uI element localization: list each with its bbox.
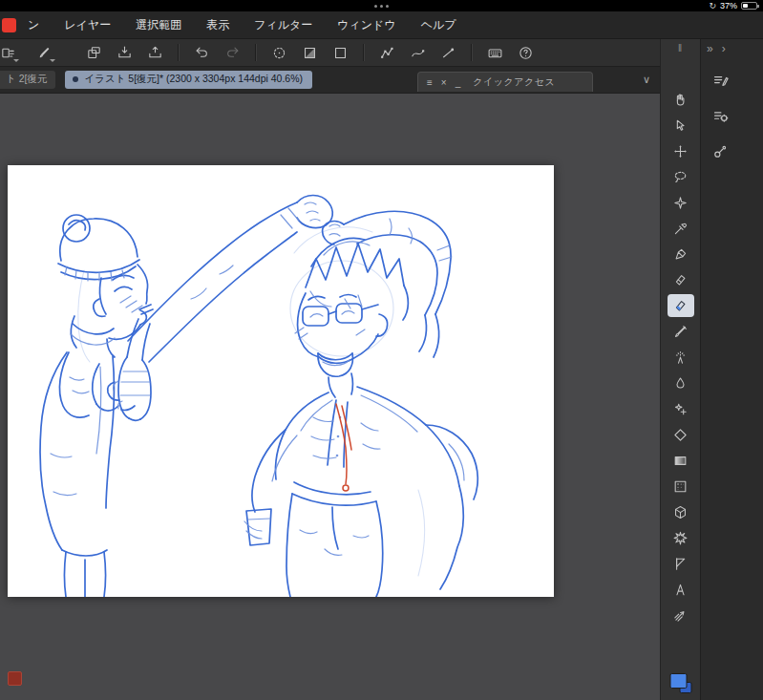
tab-inactive[interactable]: ト 2[復元 <box>0 71 55 89</box>
import-icon[interactable] <box>112 41 137 64</box>
toolbar-separator <box>471 44 472 61</box>
panel-expand-icon[interactable]: › <box>722 42 726 55</box>
lasso-tool[interactable] <box>668 165 694 188</box>
sub-tool-icon[interactable] <box>708 68 732 93</box>
close-icon[interactable]: × <box>441 77 447 88</box>
menu-item-1[interactable]: レイヤー <box>64 17 111 33</box>
brush-shape-icon[interactable] <box>708 138 732 163</box>
red-status-icon[interactable] <box>8 671 22 686</box>
panel-icons <box>701 68 763 163</box>
unsaved-dot-icon <box>73 76 78 82</box>
window-dots[interactable] <box>374 5 389 8</box>
shade-square-icon[interactable] <box>297 41 322 64</box>
chevron-down-icon <box>13 59 19 62</box>
app-icon[interactable] <box>2 18 16 32</box>
eyedropper-tool[interactable] <box>668 217 694 240</box>
right-panel: » › <box>700 39 763 700</box>
blend-tool[interactable] <box>668 294 694 317</box>
drag-handle-icon[interactable]: ‖ <box>678 43 683 53</box>
menu-item-0[interactable]: ン <box>28 17 39 33</box>
eraser-tool[interactable] <box>668 268 694 291</box>
text-tool[interactable] <box>668 578 694 601</box>
stream-line-tool[interactable] <box>668 604 694 626</box>
frame-square-icon[interactable] <box>328 41 352 64</box>
hand-tool[interactable] <box>668 88 694 111</box>
menu-icon[interactable]: ≡ <box>427 77 433 88</box>
keyboard-icon[interactable] <box>482 41 507 64</box>
tab-active[interactable]: イラスト 5[復元]* (2300 x 3304px 144dpi 40.6%) <box>65 71 312 89</box>
canvas[interactable] <box>8 165 554 597</box>
frame-tool[interactable] <box>668 552 694 575</box>
chevron-down-icon <box>50 59 55 62</box>
toolbar-separator <box>255 44 256 61</box>
toolbar-edge-tools <box>0 41 59 64</box>
battery-status: ↻ 37% <box>709 0 757 11</box>
battery-icon <box>741 2 757 10</box>
move-tool[interactable] <box>668 139 694 162</box>
tool-slot-b-icon[interactable] <box>32 41 56 64</box>
saturated-line-tool[interactable] <box>668 526 694 549</box>
window-dot <box>386 5 389 8</box>
sync-icon: ↻ <box>709 2 716 11</box>
redo-icon[interactable] <box>220 41 244 64</box>
menu-item-5[interactable]: ウィンドウ <box>337 17 395 33</box>
panel-header: » › <box>701 39 763 58</box>
toolbar-separator <box>363 44 364 61</box>
brush-tool[interactable] <box>668 320 694 343</box>
panel-collapse-icon[interactable]: » <box>707 42 713 55</box>
primary-color[interactable] <box>669 673 687 689</box>
tab-list-dropdown-icon[interactable]: ∨ <box>643 74 650 86</box>
object-tool[interactable] <box>668 114 694 137</box>
quick-access-bar[interactable]: ≡ × _ クイックアクセス <box>417 72 593 92</box>
menu-item-3[interactable]: 表示 <box>206 17 229 33</box>
figure-tool[interactable] <box>668 423 694 446</box>
battery-percent: 37% <box>720 1 737 11</box>
airbrush-tool[interactable] <box>668 346 694 369</box>
select-launcher-icon[interactable] <box>266 41 291 64</box>
curve-adjust-icon[interactable] <box>405 41 430 64</box>
clip-studio-window: ↻ 37% ンレイヤー選択範囲表示フィルターウィンドウヘルプ ト 2[復元 イラ… <box>0 0 763 700</box>
menu-item-6[interactable]: ヘルプ <box>421 17 456 33</box>
3d-tool[interactable] <box>668 500 694 523</box>
fill-tool[interactable] <box>668 371 694 394</box>
minimize-icon[interactable]: _ <box>456 77 461 88</box>
help-icon[interactable] <box>513 41 538 64</box>
panel-layout-icon[interactable] <box>81 41 106 64</box>
toolbar-groups <box>78 41 540 64</box>
auto-select-tool[interactable] <box>668 191 694 214</box>
tool-slot-a-icon[interactable] <box>0 41 20 64</box>
canvas-area <box>0 94 660 700</box>
pen-tool[interactable] <box>668 243 694 265</box>
undo-icon[interactable] <box>189 41 214 64</box>
toolbar-separator <box>178 44 179 61</box>
tone-tool[interactable] <box>668 475 694 498</box>
canvas-sketch <box>8 165 554 597</box>
line-node-icon[interactable] <box>435 41 460 64</box>
decoration-tool[interactable] <box>668 397 694 420</box>
vector-polyline-icon[interactable] <box>374 41 399 64</box>
tool-strip: ‖ <box>660 39 700 700</box>
window-dot <box>380 5 383 8</box>
status-bar: ↻ 37% <box>0 0 763 11</box>
tab-active-label: イラスト 5[復元]* (2300 x 3304px 144dpi 40.6%) <box>84 73 303 86</box>
quick-access-title: クイックアクセス <box>473 75 555 89</box>
gradient-tool[interactable] <box>668 449 694 472</box>
menu-bar: ンレイヤー選択範囲表示フィルターウィンドウヘルプ <box>0 11 763 39</box>
toolbar <box>0 39 660 67</box>
color-swatch[interactable] <box>669 673 691 693</box>
window-dot <box>374 5 377 8</box>
menu-item-4[interactable]: フィルター <box>254 17 312 33</box>
menu-items: ンレイヤー選択範囲表示フィルターウィンドウヘルプ <box>28 17 456 33</box>
export-icon[interactable] <box>142 41 167 64</box>
menu-item-2[interactable]: 選択範囲 <box>136 17 181 33</box>
tool-property-icon[interactable] <box>708 103 732 128</box>
tool-list <box>668 88 694 626</box>
